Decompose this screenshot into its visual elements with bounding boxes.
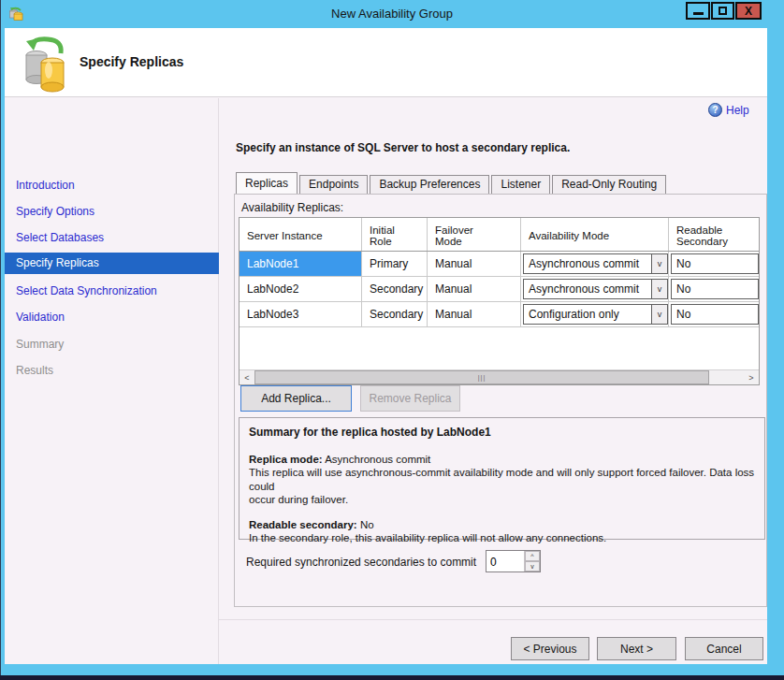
spinner-buttons: ^ v	[524, 551, 540, 571]
window-title: New Availability Group	[0, 0, 784, 28]
window: New Availability Group X Specify	[0, 0, 784, 680]
availability-mode-dropdown[interactable]: Asynchronous commit v	[523, 253, 668, 274]
minimize-button[interactable]	[686, 2, 710, 20]
cell-availability-mode: Asynchronous commit v	[521, 277, 669, 301]
page-title: Specify Replicas	[80, 54, 183, 69]
horizontal-scrollbar[interactable]: < ||| >	[240, 369, 759, 384]
cell-failover-mode[interactable]: Manual	[428, 252, 521, 276]
replica-summary-panel: Summary for the replica hosted by LabNod…	[239, 417, 765, 540]
dropdown-value: No	[672, 282, 758, 296]
wizard-steps-sidebar: Introduction Specify Options Select Data…	[5, 98, 219, 664]
sidebar-item-validation[interactable]: Validation	[16, 311, 65, 324]
cell-server-instance[interactable]: LabNode2	[240, 277, 362, 301]
tab-backup-preferences[interactable]: Backup Preferences	[370, 175, 489, 194]
sidebar-item-select-data-synchronization[interactable]: Select Data Synchronization	[16, 284, 157, 297]
instruction-text: Specify an instance of SQL Server to hos…	[236, 141, 570, 154]
required-secondaries-spinner: ^ v	[486, 550, 541, 572]
replicas-tab-page: Availability Replicas: Server Instance I…	[234, 194, 767, 607]
cell-initial-role[interactable]: Primary	[362, 252, 428, 276]
cell-readable-secondary: No	[669, 277, 759, 301]
minimize-icon	[693, 12, 704, 15]
replica-mode-description: This replica will use asynchronous-commi…	[249, 466, 755, 506]
sidebar-item-introduction[interactable]: Introduction	[16, 179, 75, 192]
help-label: Help	[726, 104, 749, 117]
tab-read-only-routing[interactable]: Read-Only Routing	[552, 175, 666, 194]
chevron-down-icon[interactable]: v	[651, 254, 667, 273]
col-header-initial-role: Initial Role	[362, 218, 428, 251]
cell-initial-role[interactable]: Secondary	[362, 277, 428, 301]
replicas-grid: Server Instance Initial Role Failover Mo…	[239, 217, 760, 385]
sidebar-item-summary: Summary	[16, 338, 64, 351]
cell-readable-secondary: No	[669, 252, 759, 276]
add-replica-button[interactable]: Add Replica...	[240, 385, 352, 412]
dropdown-value: Configuration only	[524, 308, 651, 321]
cell-server-instance[interactable]: LabNode1	[240, 252, 362, 276]
tab-endpoints[interactable]: Endpoints	[299, 175, 368, 194]
chevron-down-icon[interactable]: v	[651, 305, 667, 324]
readable-secondary-description: In the secondary role, this availability…	[249, 531, 755, 544]
replica-mode-section: Replica mode: Asynchronous commit This r…	[249, 453, 755, 507]
scroll-right-icon[interactable]: >	[744, 370, 759, 384]
cell-failover-mode[interactable]: Manual	[428, 277, 521, 301]
previous-button[interactable]: < Previous	[511, 637, 589, 660]
desktop-edge	[0, 675, 784, 680]
help-link[interactable]: ? Help	[708, 103, 749, 117]
scrollbar-track[interactable]	[709, 370, 744, 384]
cell-server-instance[interactable]: LabNode3	[240, 302, 362, 326]
cell-availability-mode: Asynchronous commit v	[521, 252, 669, 276]
remove-replica-button: Remove Replica	[360, 385, 460, 412]
scroll-left-icon[interactable]: <	[240, 370, 254, 384]
col-header-server-instance: Server Instance	[240, 218, 362, 251]
grid-empty-area	[240, 327, 759, 369]
col-header-readable-secondary: Readable Secondary	[669, 218, 759, 251]
required-secondaries-label: Required synchronized secondaries to com…	[246, 556, 476, 569]
window-body: Specify Replicas Introduction Specify Op…	[5, 28, 767, 664]
readable-secondary-section: Readable secondary: No In the secondary …	[249, 518, 755, 545]
dropdown-value: No	[672, 257, 758, 270]
wizard-header: Specify Replicas	[5, 28, 767, 97]
chevron-down-icon[interactable]: v	[651, 280, 667, 298]
sidebar-item-results: Results	[16, 364, 53, 377]
tab-strip: Replicas Endpoints Backup Preferences Li…	[236, 172, 666, 194]
tab-listener[interactable]: Listener	[491, 175, 550, 194]
readable-secondary-label: Readable secondary:	[249, 519, 357, 530]
cell-initial-role[interactable]: Secondary	[362, 302, 428, 326]
spin-up-icon[interactable]: ^	[525, 551, 540, 561]
cell-readable-secondary: No	[669, 302, 759, 326]
sidebar-item-select-databases[interactable]: Select Databases	[16, 231, 104, 244]
col-header-availability-mode: Availability Mode	[521, 218, 669, 251]
footer-divider	[219, 619, 767, 620]
sidebar-item-specify-replicas[interactable]: Specify Replicas	[5, 253, 219, 274]
titlebar[interactable]: New Availability Group X	[0, 0, 784, 28]
sidebar-item-specify-options[interactable]: Specify Options	[16, 205, 94, 218]
cell-availability-mode: Configuration only v	[521, 302, 669, 326]
availability-mode-dropdown[interactable]: Configuration only v	[523, 304, 668, 325]
readable-secondary-dropdown[interactable]: No	[671, 253, 759, 274]
close-icon: X	[745, 5, 752, 18]
spin-down-icon[interactable]: v	[525, 561, 540, 571]
cancel-button[interactable]: Cancel	[685, 637, 763, 660]
grid-row-labnode2: LabNode2 Secondary Manual Asynchronous c…	[240, 277, 759, 302]
grid-row-labnode1: LabNode1 Primary Manual Asynchronous com…	[240, 252, 759, 277]
availability-mode-dropdown[interactable]: Asynchronous commit v	[523, 279, 668, 299]
scrollbar-thumb[interactable]: |||	[254, 370, 709, 384]
dropdown-value: Asynchronous commit	[524, 257, 651, 270]
replica-mode-label: Replica mode:	[249, 454, 323, 465]
availability-group-icon	[22, 33, 70, 93]
grid-header-row: Server Instance Initial Role Failover Mo…	[240, 218, 759, 252]
dropdown-value: Asynchronous commit	[524, 282, 651, 296]
readable-secondary-dropdown[interactable]: No	[671, 304, 759, 325]
next-button[interactable]: Next >	[597, 637, 676, 660]
close-button[interactable]: X	[735, 2, 762, 20]
col-header-failover-mode: Failover Mode	[428, 218, 521, 251]
summary-title: Summary for the replica hosted by LabNod…	[249, 426, 755, 440]
maximize-icon	[719, 7, 727, 15]
readable-secondary-dropdown[interactable]: No	[671, 279, 759, 299]
readable-secondary-value: No	[360, 519, 374, 530]
help-icon: ?	[708, 103, 722, 117]
cell-failover-mode[interactable]: Manual	[428, 302, 521, 326]
replica-mode-value: Asynchronous commit	[325, 454, 430, 465]
maximize-button[interactable]	[711, 2, 734, 20]
required-secondaries-input[interactable]	[486, 551, 524, 571]
tab-replicas[interactable]: Replicas	[236, 172, 298, 194]
